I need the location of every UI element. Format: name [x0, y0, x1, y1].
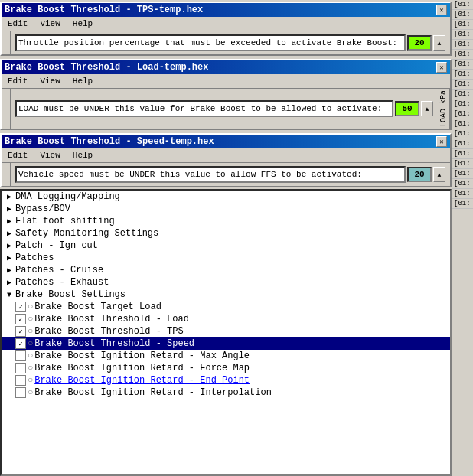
sidebar-item: [01:: [452, 119, 473, 129]
tree-item[interactable]: ▶Patches: [2, 252, 450, 264]
tree-item[interactable]: ○Brake Boost Threshold - Speed: [2, 337, 450, 350]
tree-item[interactable]: ▶Safety Monitoring Settings: [2, 227, 450, 240]
tree-item[interactable]: ▶Bypass/BOV: [2, 203, 450, 215]
tree-label: DMA Logging/Mapping: [15, 191, 120, 202]
tree-expander[interactable]: ▶: [3, 278, 15, 287]
bullet-icon: ○: [28, 387, 33, 398]
load-menu-help[interactable]: Help: [70, 76, 96, 86]
sidebar-item: [01:: [452, 50, 473, 60]
speed-menu: Edit View Help: [2, 148, 450, 163]
sidebar-item: [01:: [452, 30, 473, 40]
sidebar-item: [01:: [452, 139, 473, 149]
load-value[interactable]: 50: [395, 101, 419, 116]
bullet-icon: ○: [28, 326, 33, 337]
load-menu-view[interactable]: View: [37, 76, 63, 86]
tree-item[interactable]: ○Brake Boost Ignition Retard - Max Angle: [2, 350, 450, 362]
bullet-icon: ○: [28, 314, 33, 324]
tree-checkbox[interactable]: [15, 314, 26, 324]
load-menu-edit[interactable]: Edit: [5, 76, 31, 86]
sidebar-item: [01:: [452, 90, 473, 99]
tree-label: Brake Boost Threshold - TPS: [34, 326, 183, 337]
speed-menu-help[interactable]: Help: [70, 150, 96, 161]
bullet-icon: ○: [28, 302, 33, 312]
tree-item[interactable]: ▼Brake Boost Settings: [2, 289, 450, 301]
tree-label: Brake Boost Settings: [15, 289, 126, 300]
load-title: Brake Boost Threshold - Load-temp.hex: [5, 62, 208, 73]
load-menu: Edit View Help: [2, 74, 450, 89]
tree-expander[interactable]: ▶: [3, 229, 15, 238]
speed-title: Brake Boost Threshold - Speed-temp.hex: [5, 136, 214, 147]
sidebar-item: [01:: [452, 70, 473, 80]
tree-label: Flat foot shifting: [15, 216, 115, 227]
sidebar-item: [01:: [452, 159, 473, 169]
tps-scroll-up[interactable]: ▲: [433, 35, 445, 51]
tree-item[interactable]: ○Brake Boost Threshold - TPS: [2, 325, 450, 337]
tree-expander[interactable]: ▶: [3, 266, 15, 275]
tree-label: Bypass/BOV: [15, 204, 70, 214]
tps-title: Brake Boost Threshold - TPS-temp.hex: [5, 5, 203, 15]
sidebar-item: [01:: [452, 129, 473, 139]
tree-expander[interactable]: ▶: [3, 204, 15, 214]
tree-item[interactable]: ○Brake Boost Ignition Retard - End Point: [2, 374, 450, 386]
tps-menu-view[interactable]: View: [37, 18, 63, 29]
tree-expander[interactable]: ▶: [3, 192, 15, 201]
speed-menu-edit[interactable]: Edit: [5, 150, 31, 161]
tree-checkbox[interactable]: [15, 375, 26, 386]
tree-checkbox[interactable]: [15, 338, 26, 349]
tree-checkbox[interactable]: [15, 350, 26, 361]
tree-label: Brake Boost Threshold - Load: [34, 314, 189, 324]
tree-item[interactable]: ▶DMA Logging/Mapping: [2, 191, 450, 203]
load-label: LOAD must be UNDER this value for Brake …: [15, 100, 393, 117]
tree-expander[interactable]: ▶: [3, 217, 15, 226]
tree-label: Brake Boost Threshold - Speed: [34, 338, 194, 349]
tree-expander[interactable]: ▶: [3, 241, 15, 250]
speed-value[interactable]: 20: [407, 167, 432, 182]
tree-label: Safety Monitoring Settings: [15, 228, 158, 239]
tree-item[interactable]: ○Brake Boost Ignition Retard - Force Map: [2, 362, 450, 374]
tree-item[interactable]: ○Brake Boost Threshold - Load: [2, 313, 450, 325]
sidebar-item: [01:: [452, 179, 473, 189]
tree-label: Patch - Ign cut: [15, 240, 98, 251]
bullet-icon: ○: [28, 375, 33, 386]
tree-item[interactable]: ▶Patches - Exhaust: [2, 276, 450, 289]
load-window: Brake Boost Threshold - Load-temp.hex ✕ …: [0, 59, 452, 130]
bullet-icon: ○: [28, 363, 33, 373]
tree-checkbox[interactable]: [15, 387, 26, 398]
load-side-label: LOAD kPa: [438, 89, 450, 129]
sidebar-item: [01:: [452, 80, 473, 90]
tps-menu-edit[interactable]: Edit: [5, 18, 31, 29]
tree-item[interactable]: ▶Patches - Cruise: [2, 264, 450, 276]
sidebar-item: [01:: [452, 10, 473, 20]
tree-panel: ▶DMA Logging/Mapping▶Bypass/BOV▶Flat foo…: [0, 189, 452, 476]
tree-label: Patches - Cruise: [15, 265, 103, 275]
sidebar-item: [01:: [452, 60, 473, 70]
tree-label: Patches: [15, 253, 54, 263]
tree-checkbox[interactable]: [15, 326, 26, 337]
tree-link[interactable]: Brake Boost Ignition Retard - End Point: [34, 375, 250, 386]
tree-item[interactable]: ○Brake Boost Target Load: [2, 301, 450, 313]
speed-close-btn[interactable]: ✕: [436, 136, 447, 147]
speed-scroll-up[interactable]: ▲: [433, 167, 445, 182]
load-close-btn[interactable]: ✕: [436, 62, 447, 73]
right-sidebar: [01:[01:[01:[01:[01:[01:[01:[01:[01:[01:…: [452, 0, 473, 476]
tps-window: Brake Boost Threshold - TPS-temp.hex ✕ E…: [0, 2, 452, 56]
tree-item[interactable]: ▶Patch - Ign cut: [2, 240, 450, 252]
tree-checkbox[interactable]: [15, 363, 26, 373]
tree-item[interactable]: ▶Flat foot shifting: [2, 215, 450, 227]
bullet-icon: ○: [28, 338, 33, 349]
tps-value[interactable]: 20: [407, 35, 432, 51]
load-scroll-up[interactable]: ▲: [421, 101, 433, 116]
tree-expander[interactable]: ▶: [3, 253, 15, 262]
tree-checkbox[interactable]: [15, 302, 26, 312]
tps-close-btn[interactable]: ✕: [436, 5, 447, 15]
tree-label: Brake Boost Target Load: [34, 302, 161, 312]
tree-expander[interactable]: ▼: [3, 291, 15, 299]
tps-menu-help[interactable]: Help: [70, 18, 96, 29]
speed-window: Brake Boost Threshold - Speed-temp.hex ✕…: [0, 133, 452, 187]
tree-label: Brake Boost Ignition Retard - Interpolat…: [34, 387, 272, 398]
load-titlebar: Brake Boost Threshold - Load-temp.hex ✕: [2, 60, 450, 74]
sidebar-item: [01:: [452, 20, 473, 30]
tree-item[interactable]: ○Brake Boost Ignition Retard - Interpola…: [2, 386, 450, 399]
speed-menu-view[interactable]: View: [37, 150, 63, 161]
bullet-icon: ○: [28, 350, 33, 361]
